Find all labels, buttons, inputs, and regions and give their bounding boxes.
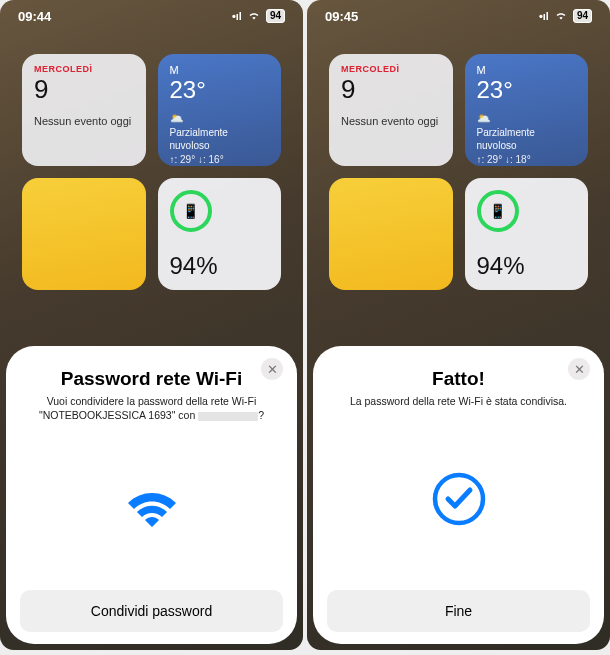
calendar-event: Nessun evento oggi [341,114,441,128]
close-icon[interactable]: ✕ [568,358,590,380]
calendar-widget[interactable]: MERCOLEDÌ 9 Nessun evento oggi [22,54,146,166]
sheet-body: La password della rete Wi-Fi è stata con… [350,394,567,408]
notes-widget[interactable] [329,178,453,290]
wifi-share-sheet: ✕ Password rete Wi-Fi Vuoi condividere l… [6,346,297,644]
wifi-icon [120,481,184,531]
notes-widget[interactable] [22,178,146,290]
battery-widget[interactable]: 📱 94% [158,178,282,290]
status-right: •ıl 94 [539,9,592,23]
calendar-widget[interactable]: MERCOLEDÌ 9 Nessun evento oggi [329,54,453,166]
phone-icon: 📱 [489,203,506,219]
sheet-body: Vuoi condividere la password della rete … [39,394,264,422]
weather-temp: 23° [477,76,577,104]
weather-cond-icon: 🌥️ [170,112,184,125]
close-icon[interactable]: ✕ [261,358,283,380]
phone-screen-2: 09:45 •ıl 94 MERCOLEDÌ 9 Nessun evento o… [307,0,610,650]
weather-cond: Parzialmente nuvoloso [170,126,270,152]
redacted-contact [198,412,258,421]
battery-percent: 94% [477,252,577,280]
wifi-status-icon [554,10,568,22]
weather-widget[interactable]: M 23° 🌥️ Parzialmente nuvoloso ↑: 29° ↓:… [158,54,282,166]
checkmark-circle-icon [431,471,487,527]
share-password-button[interactable]: Condividi password [20,590,283,632]
weather-cond: Parzialmente nuvoloso [477,126,577,152]
calendar-weekday: MERCOLEDÌ [341,64,441,74]
weather-temp: 23° [170,76,270,104]
battery-widget[interactable]: 📱 94% [465,178,589,290]
done-button[interactable]: Fine [327,590,590,632]
weather-location: M [170,64,270,76]
battery-ring-icon: 📱 [477,190,519,232]
clock: 09:44 [18,9,51,24]
battery-pill: 94 [266,9,285,23]
calendar-date: 9 [34,76,134,102]
sheet-title: Fatto! [432,368,485,390]
status-bar: 09:44 •ıl 94 [0,0,303,32]
battery-pill: 94 [573,9,592,23]
calendar-date: 9 [341,76,441,102]
battery-percent: 94% [170,252,270,280]
weather-hilo: ↑: 29° ↓: 18° [477,154,577,165]
status-right: •ıl 94 [232,9,285,23]
weather-widget[interactable]: M 23° 🌥️ Parzialmente nuvoloso ↑: 29° ↓:… [465,54,589,166]
calendar-weekday: MERCOLEDÌ [34,64,134,74]
sheet-title: Password rete Wi-Fi [61,368,242,390]
status-bar: 09:45 •ıl 94 [307,0,610,32]
wifi-status-icon [247,10,261,22]
widgets-grid: MERCOLEDÌ 9 Nessun evento oggi M 23° 🌥️ … [329,54,588,290]
phone-screen-1: 09:44 •ıl 94 MERCOLEDÌ 9 Nessun evento o… [0,0,303,650]
signal-icon: •ıl [539,10,549,22]
calendar-event: Nessun evento oggi [34,114,134,128]
phone-icon: 📱 [182,203,199,219]
weather-cond-icon: 🌥️ [477,112,491,125]
weather-location: M [477,64,577,76]
battery-ring-icon: 📱 [170,190,212,232]
widgets-grid: MERCOLEDÌ 9 Nessun evento oggi M 23° 🌥️ … [22,54,281,290]
weather-hilo: ↑: 29° ↓: 16° [170,154,270,165]
signal-icon: •ıl [232,10,242,22]
clock: 09:45 [325,9,358,24]
wifi-done-sheet: ✕ Fatto! La password della rete Wi-Fi è … [313,346,604,644]
